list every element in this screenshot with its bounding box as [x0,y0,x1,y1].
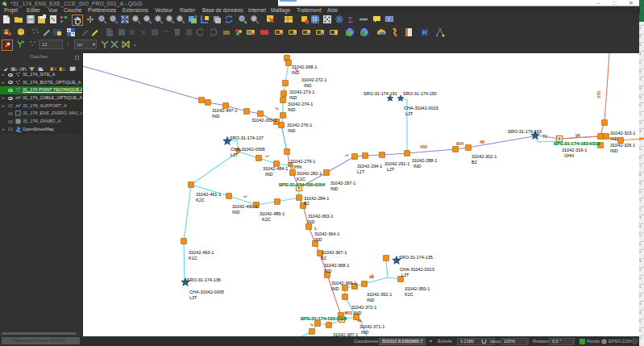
svg-text:31042-279-1: 31042-279-1 [290,159,315,164]
svg-text:K1C: K1C [189,256,197,261]
svg-text:31042-447-1: 31042-447-1 [212,108,237,113]
svg-text:B2: B2 [321,256,326,261]
svg-text:IND: IND [354,311,362,315]
svg-text:OHN: OHN [564,153,574,158]
svg-text:L3T: L3T [405,111,413,116]
svg-text:IND: IND [289,95,297,100]
svg-text:B2: B2 [304,201,310,206]
svg-text:72: 72 [542,134,547,139]
svg-text:31042-319-1: 31042-319-1 [562,148,587,152]
svg-text:IND: IND [413,164,422,169]
svg-text:31042-291-1: 31042-291-1 [384,161,409,166]
svg-text:31042-263-1: 31042-263-1 [251,118,276,123]
svg-text:K2C: K2C [196,198,205,202]
svg-text:BPE-31-174-163-0319: BPE-31-174-163-0319 [554,141,600,146]
svg-text:IND: IND [330,186,339,191]
svg-text:R: R [422,29,427,36]
svg-text:31042-302-1: 31042-302-1 [472,154,497,159]
svg-text:CHA-31042-0013: CHA-31042-0013 [400,267,434,272]
svg-text:L3T: L3T [189,295,197,300]
svg-text:IND: IND [610,136,618,141]
svg-text:L2T: L2T [387,167,395,172]
svg-text:31042-367-1: 31042-367-1 [322,250,347,255]
svg-text:31042-326-1: 31042-326-1 [610,143,635,148]
svg-text:IND: IND [265,172,273,177]
svg-text:IND: IND [304,83,312,88]
svg-text:SRO-31-174-150: SRO-31-174-150 [403,91,437,96]
svg-text:31042-274-1: 31042-274-1 [288,102,313,106]
svg-text:804: 804 [456,141,464,146]
svg-text:31042-297-1: 31042-297-1 [330,181,355,186]
svg-text:31042-273-1: 31042-273-1 [289,90,314,94]
svg-text:31042-276-1: 31042-276-1 [287,123,312,127]
svg-text:31042-268-1: 31042-268-1 [292,65,317,69]
svg-text:SRO-31-174-163: SRO-31-174-163 [508,129,542,134]
svg-text:SRO-31-174-191: SRO-31-174-191 [364,91,397,96]
svg-text:31042-484-1: 31042-484-1 [263,166,288,171]
svg-text:31042-372-1: 31042-372-1 [351,305,376,310]
svg-text:31042-364-1: 31042-364-1 [314,231,339,236]
svg-text:BPE-31-174-150-0204: BPE-31-174-150-0204 [279,182,326,187]
svg-text:IND: IND [610,148,618,153]
svg-text:IND: IND [331,286,339,291]
svg-text:IND: IND [314,237,322,242]
svg-text:432: 432 [420,144,427,149]
svg-text:48: 48 [480,140,484,144]
svg-text:31042-323-1: 31042-323-1 [610,131,635,135]
svg-text:31042-352-1: 31042-352-1 [367,292,392,297]
svg-text:31042-493-1: 31042-493-1 [189,250,214,255]
svg-text:L3T: L3T [231,152,239,157]
svg-text:31042-371-1: 31042-371-1 [359,324,384,329]
svg-text:IND: IND [232,210,240,215]
svg-text:96: 96 [575,133,580,138]
svg-text:L3T: L3T [401,273,409,277]
svg-text:T: T [388,17,390,22]
svg-text:31042-282-1: 31042-282-1 [297,171,322,176]
svg-text:IND: IND [367,298,375,302]
svg-text:31042-272-1: 31042-272-1 [301,77,326,82]
svg-text:K2C: K2C [297,177,305,181]
svg-text:SRO-31-174-135: SRO-31-174-135 [399,255,433,260]
svg-text:31042-363-1: 31042-363-1 [308,214,333,219]
svg-text:IND: IND [212,114,220,119]
svg-text:CHA-31042-0006: CHA-31042-0006 [231,147,265,152]
svg-text:B2: B2 [472,160,477,165]
svg-text:K2C: K2C [262,217,271,222]
svg-text:BPE-31-174-133-0306: BPE-31-174-133-0306 [301,316,347,321]
svg-text:IND: IND [324,269,332,273]
svg-text:K2C: K2C [405,292,413,297]
svg-text:IND: IND [361,330,369,335]
svg-text:31042-288-1: 31042-288-1 [412,158,437,163]
svg-text:IND: IND [288,107,296,112]
svg-text:31042-491-1: 31042-491-1 [196,192,221,197]
svg-text:31042-368-1: 31042-368-1 [324,263,349,268]
svg-text:31042-294-1: 31042-294-1 [357,164,382,169]
svg-text:CHA-31042-0015: CHA-31042-0015 [404,106,438,110]
svg-text:31042-350-1: 31042-350-1 [405,286,430,291]
svg-text:CHA-31042-0005: CHA-31042-0005 [189,290,224,294]
svg-text:OHN: OHN [292,165,301,169]
svg-text:31042-369-1: 31042-369-1 [331,281,356,286]
svg-text:IND: IND [307,219,315,224]
svg-text:L1T: L1T [357,169,365,174]
svg-text:370: 370 [596,91,601,98]
svg-text:Σ: Σ [348,15,353,24]
svg-text:31042-489-1: 31042-489-1 [260,211,285,216]
svg-text:SRO-31-174-137: SRO-31-174-137 [230,135,264,140]
svg-text:IND: IND [292,70,300,75]
svg-text:48: 48 [368,273,375,280]
svg-text:SRO-31-174-136: SRO-31-174-136 [187,277,221,282]
svg-text:253: 253 [345,311,352,315]
svg-text:31042-490-1: 31042-490-1 [232,204,257,209]
svg-text:IND: IND [288,128,296,133]
